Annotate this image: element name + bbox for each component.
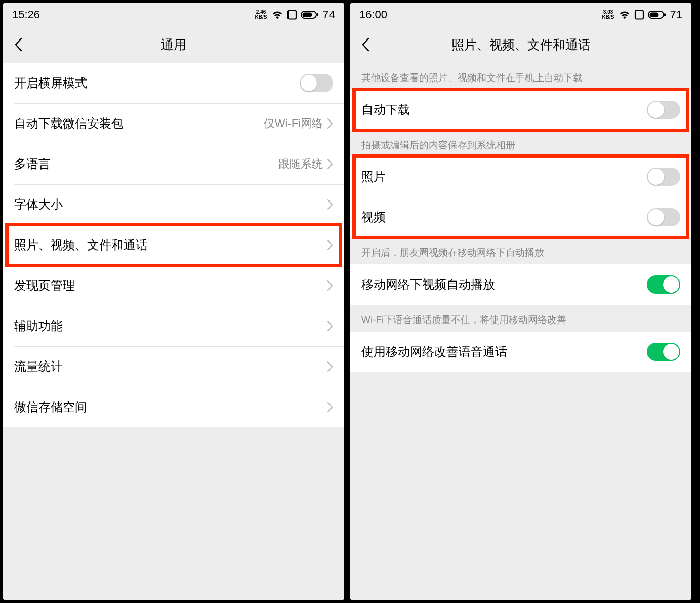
settings-list: 开启横屏模式自动下载微信安装包仅Wi-Fi网络多语言跟随系统字体大小照片、视频、… bbox=[3, 63, 344, 427]
network-speed: 2.46 KB/S bbox=[255, 10, 267, 20]
settings-row[interactable]: 自动下载微信安装包仅Wi-Fi网络 bbox=[3, 103, 344, 144]
settings-row[interactable]: 辅助功能 bbox=[3, 306, 344, 346]
battery-icon bbox=[648, 10, 666, 19]
settings-list: 移动网络下视频自动播放 bbox=[350, 264, 691, 305]
row-label: 自动下载 bbox=[361, 102, 410, 118]
toggle-switch[interactable] bbox=[647, 101, 680, 119]
chevron-right-icon bbox=[327, 320, 333, 332]
row-label: 发现页管理 bbox=[14, 277, 75, 294]
settings-row[interactable]: 发现页管理 bbox=[3, 265, 344, 306]
rotation-lock-icon bbox=[286, 9, 298, 20]
toggle-knob bbox=[648, 209, 664, 225]
toggle-switch[interactable] bbox=[300, 74, 333, 92]
toggle-knob bbox=[301, 75, 317, 91]
nav-bar: 通用 bbox=[3, 26, 344, 63]
settings-row[interactable]: 视频 bbox=[350, 197, 691, 237]
settings-row[interactable]: 移动网络下视频自动播放 bbox=[350, 264, 691, 305]
svg-rect-3 bbox=[317, 13, 318, 16]
chevron-right-icon bbox=[327, 118, 333, 129]
chevron-right-icon bbox=[327, 199, 333, 210]
chevron-right-icon bbox=[327, 401, 333, 413]
settings-row[interactable]: 照片 bbox=[350, 156, 691, 197]
toggle-knob bbox=[663, 276, 679, 293]
settings-row[interactable]: 自动下载 bbox=[350, 90, 691, 130]
chevron-right-icon bbox=[327, 239, 333, 251]
battery-text: 71 bbox=[670, 8, 682, 21]
status-right: 3.03 KB/S 71 bbox=[602, 8, 682, 21]
page-title: 照片、视频、文件和通话 bbox=[451, 36, 591, 53]
back-button[interactable] bbox=[3, 26, 33, 63]
toggle-switch[interactable] bbox=[647, 343, 680, 361]
section-header: 拍摄或编辑后的内容保存到系统相册 bbox=[350, 130, 691, 157]
row-value: 仅Wi-Fi网络 bbox=[264, 116, 323, 131]
row-label: 微信存储空间 bbox=[14, 399, 87, 415]
chevron-left-icon bbox=[361, 37, 370, 52]
battery-text: 74 bbox=[323, 8, 335, 21]
settings-row[interactable]: 多语言跟随系统 bbox=[3, 144, 344, 184]
battery-icon bbox=[301, 10, 319, 19]
row-label: 辅助功能 bbox=[14, 318, 63, 334]
status-right: 2.46 KB/S 74 bbox=[255, 8, 335, 21]
status-time: 15:26 bbox=[12, 8, 40, 21]
row-label: 照片、视频、文件和通话 bbox=[14, 237, 148, 253]
svg-rect-2 bbox=[302, 13, 312, 17]
rotation-lock-icon bbox=[634, 9, 645, 20]
section-header: 其他设备查看的照片、视频和文件在手机上自动下载 bbox=[350, 63, 691, 90]
phone-left: 15:26 2.46 KB/S 74 通用 开启横屏模式自动下载微信安装 bbox=[3, 3, 344, 600]
status-bar: 15:26 2.46 KB/S 74 bbox=[3, 3, 344, 26]
svg-rect-7 bbox=[664, 13, 666, 16]
svg-rect-4 bbox=[635, 11, 643, 19]
section-header: Wi-Fi下语音通话质量不佳，将使用移动网络改善 bbox=[350, 305, 691, 332]
chevron-left-icon bbox=[14, 37, 23, 52]
section-header: 开启后，朋友圈视频在移动网络下自动播放 bbox=[350, 237, 691, 264]
chevron-right-icon bbox=[327, 280, 333, 291]
settings-row[interactable]: 字体大小 bbox=[3, 184, 344, 225]
settings-list: 照片视频 bbox=[350, 156, 691, 237]
wifi-icon bbox=[619, 10, 631, 19]
toggle-knob bbox=[663, 344, 679, 360]
nav-bar: 照片、视频、文件和通话 bbox=[350, 26, 691, 63]
chevron-right-icon bbox=[327, 158, 333, 170]
chevron-right-icon bbox=[327, 361, 333, 372]
row-label: 多语言 bbox=[14, 156, 51, 172]
wifi-icon bbox=[271, 10, 283, 19]
back-button[interactable] bbox=[350, 26, 381, 63]
content: 其他设备查看的照片、视频和文件在手机上自动下载自动下载拍摄或编辑后的内容保存到系… bbox=[350, 63, 691, 600]
row-label: 自动下载微信安装包 bbox=[14, 115, 123, 132]
content: 开启横屏模式自动下载微信安装包仅Wi-Fi网络多语言跟随系统字体大小照片、视频、… bbox=[3, 63, 344, 600]
settings-row[interactable]: 使用移动网络改善语音通话 bbox=[350, 332, 691, 372]
settings-list: 自动下载 bbox=[350, 90, 691, 130]
row-label: 视频 bbox=[361, 209, 386, 225]
settings-row[interactable]: 照片、视频、文件和通话 bbox=[3, 225, 344, 265]
row-label: 照片 bbox=[361, 169, 386, 185]
network-speed: 3.03 KB/S bbox=[602, 10, 614, 20]
row-label: 使用移动网络改善语音通话 bbox=[361, 344, 507, 360]
row-label: 开启横屏模式 bbox=[14, 75, 87, 91]
phone-right: 16:00 3.03 KB/S 71 照片、视频、文件和通话 其他设备查看的照片… bbox=[350, 3, 691, 600]
settings-row[interactable]: 微信存储空间 bbox=[3, 387, 344, 427]
status-time: 16:00 bbox=[359, 8, 387, 21]
settings-row[interactable]: 流量统计 bbox=[3, 346, 344, 387]
row-value: 跟随系统 bbox=[278, 156, 323, 172]
row-label: 字体大小 bbox=[14, 196, 63, 213]
page-title: 通用 bbox=[161, 36, 186, 53]
settings-row[interactable]: 开启横屏模式 bbox=[3, 63, 344, 103]
row-label: 移动网络下视频自动播放 bbox=[361, 276, 495, 293]
toggle-knob bbox=[648, 169, 664, 185]
svg-rect-0 bbox=[288, 11, 296, 19]
toggle-switch[interactable] bbox=[647, 208, 680, 226]
status-bar: 16:00 3.03 KB/S 71 bbox=[350, 3, 691, 26]
row-label: 流量统计 bbox=[14, 358, 63, 375]
svg-rect-6 bbox=[649, 13, 658, 17]
toggle-switch[interactable] bbox=[647, 168, 680, 186]
toggle-switch[interactable] bbox=[647, 275, 680, 294]
settings-list: 使用移动网络改善语音通话 bbox=[350, 332, 691, 372]
toggle-knob bbox=[648, 102, 664, 118]
